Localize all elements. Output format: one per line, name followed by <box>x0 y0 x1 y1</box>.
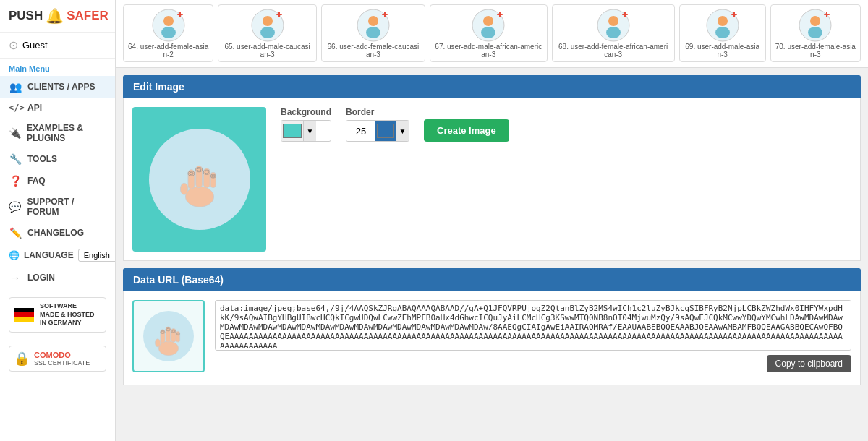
sidebar-item-faq[interactable]: ❓ FAQ <box>0 170 115 192</box>
germany-badge: SOFTWAREMADE & HOSTEDIN GERMANY <box>9 297 106 333</box>
background-color-input[interactable] <box>281 121 303 141</box>
controls-row: Background ▼ Border ▼ Create Image <box>281 107 509 142</box>
german-flag-icon <box>14 308 34 322</box>
icon-card-65[interactable]: 65. user-add-male-caucasian-3 <box>218 4 317 62</box>
faq-label: FAQ <box>27 176 46 186</box>
icon-label-66: 66. user-add-female-caucasian-3 <box>326 43 420 59</box>
copy-to-clipboard-button[interactable]: Copy to clipboard <box>767 355 851 372</box>
background-color-picker[interactable]: ▼ <box>281 120 331 142</box>
icon-svg-70 <box>798 8 833 43</box>
svg-point-2 <box>161 27 176 38</box>
svg-point-16 <box>483 16 493 26</box>
icon-label-70: 70. user-add-female-asian-3 <box>775 43 856 59</box>
icon-label-64: 64. user-add-female-asian-2 <box>128 43 208 59</box>
main-menu-label: Main Menu <box>0 59 115 76</box>
svg-point-31 <box>810 16 820 26</box>
svg-rect-34 <box>826 12 827 17</box>
main-content: 64. user-add-female-asian-265. user-add-… <box>116 0 868 441</box>
icon-svg-67 <box>471 8 506 43</box>
border-color-dropdown[interactable]: ▼ <box>396 121 409 141</box>
tools-label: TOOLS <box>27 154 57 164</box>
background-label: Background <box>281 107 331 117</box>
comodo-ssl-text: SSL CERTIFICATE <box>34 359 90 367</box>
sidebar-item-clients-apps[interactable]: 👥 CLIENTS / APPS <box>0 76 115 98</box>
clients-apps-icon: 👥 <box>9 81 22 93</box>
data-url-textarea[interactable] <box>215 300 851 351</box>
sidebar-item-tools[interactable]: 🔧 TOOLS <box>0 148 115 170</box>
data-url-text-area: Copy to clipboard <box>215 300 851 372</box>
icon-card-69[interactable]: 69. user-add-male-asian-3 <box>679 4 766 62</box>
svg-rect-37 <box>188 170 195 189</box>
svg-rect-24 <box>624 12 626 17</box>
sidebar-item-examples-plugins[interactable]: 🔌 EXAMPLES & PLUGINS <box>0 118 115 148</box>
create-image-button[interactable]: Create Image <box>424 119 509 142</box>
svg-point-1 <box>163 16 174 26</box>
icon-card-66[interactable]: 66. user-add-female-caucasian-3 <box>321 4 425 62</box>
icon-svg-69 <box>705 8 740 43</box>
icon-card-67[interactable]: 67. user-add-male-african-american-3 <box>430 4 548 62</box>
icon-card-68[interactable]: 68. user-add-female-african-american-3 <box>552 4 675 62</box>
icon-label-69: 69. user-add-male-asian-3 <box>684 43 761 59</box>
border-label: Border <box>346 107 409 117</box>
background-control: Background ▼ <box>281 107 331 142</box>
user-row: ⊙ Guest <box>0 33 115 59</box>
data-url-preview-inner <box>143 311 194 361</box>
bell-icon: 🔔 <box>46 7 64 25</box>
support-icon: 💬 <box>9 201 22 213</box>
icon-card-70[interactable]: 70. user-add-female-asian-3 <box>770 4 861 62</box>
comodo-logo-text: COMODO <box>34 351 90 359</box>
safer-text: SAFER <box>67 9 109 23</box>
comodo-lock-icon: 🔒 <box>14 351 30 367</box>
image-preview-inner <box>149 129 250 230</box>
login-icon: → <box>9 272 22 283</box>
background-color-dropdown[interactable]: ▼ <box>303 121 316 141</box>
data-url-preview-box <box>132 300 205 372</box>
svg-point-49 <box>158 341 178 356</box>
border-value-input[interactable] <box>346 121 375 141</box>
icon-svg-64 <box>151 8 186 43</box>
data-url-header: Data URL (Base64) <box>123 268 861 291</box>
edit-image-header: Edit Image <box>123 75 861 98</box>
sidebar-item-changelog[interactable]: ✏️ CHANGELOG <box>0 222 115 244</box>
icon-svg-65 <box>250 8 285 43</box>
api-label: API <box>27 103 42 113</box>
svg-point-12 <box>366 27 380 38</box>
svg-point-50 <box>155 339 160 347</box>
login-label: LOGIN <box>27 273 55 283</box>
svg-rect-39 <box>203 168 210 188</box>
language-select[interactable]: English Deutsch <box>78 249 116 262</box>
svg-rect-51 <box>161 330 165 343</box>
border-color-input[interactable] <box>375 121 396 141</box>
border-row[interactable]: ▼ <box>346 120 409 142</box>
svg-point-22 <box>606 27 621 38</box>
faq-icon: ❓ <box>9 175 22 187</box>
username-label: Guest <box>22 40 48 51</box>
border-control: Border ▼ <box>346 107 409 142</box>
sidebar-item-api[interactable]: </> API <box>0 98 115 118</box>
sidebar-item-login[interactable]: → LOGIN <box>0 267 115 288</box>
svg-point-27 <box>715 27 730 38</box>
api-icon: </> <box>9 103 22 113</box>
logo: PUSH 🔔 SAFER <box>9 7 106 25</box>
svg-point-35 <box>185 187 213 207</box>
svg-rect-14 <box>384 12 386 17</box>
icon-label-65: 65. user-add-male-caucasian-3 <box>223 43 312 59</box>
svg-rect-38 <box>195 166 202 187</box>
sidebar-item-support-forum[interactable]: 💬 SUPPORT / FORUM <box>0 192 115 222</box>
logo-area: PUSH 🔔 SAFER <box>0 0 115 33</box>
hand-fingerprint-icon <box>171 150 229 208</box>
changelog-label: CHANGELOG <box>27 228 84 238</box>
icon-svg-68 <box>596 8 631 43</box>
sidebar: PUSH 🔔 SAFER ⊙ Guest Main Menu 👥 CLIENTS… <box>0 0 116 441</box>
svg-point-26 <box>718 16 728 26</box>
svg-point-21 <box>608 16 618 26</box>
svg-point-7 <box>260 27 275 38</box>
svg-rect-29 <box>733 12 735 17</box>
icon-card-64[interactable]: 64. user-add-female-asian-2 <box>123 4 213 62</box>
language-label: LANGUAGE <box>24 250 74 260</box>
icon-label-68: 68. user-add-female-african-american-3 <box>557 43 670 59</box>
svg-point-36 <box>180 183 188 194</box>
svg-rect-4 <box>179 12 181 17</box>
svg-point-17 <box>481 27 495 38</box>
svg-point-32 <box>808 27 822 38</box>
